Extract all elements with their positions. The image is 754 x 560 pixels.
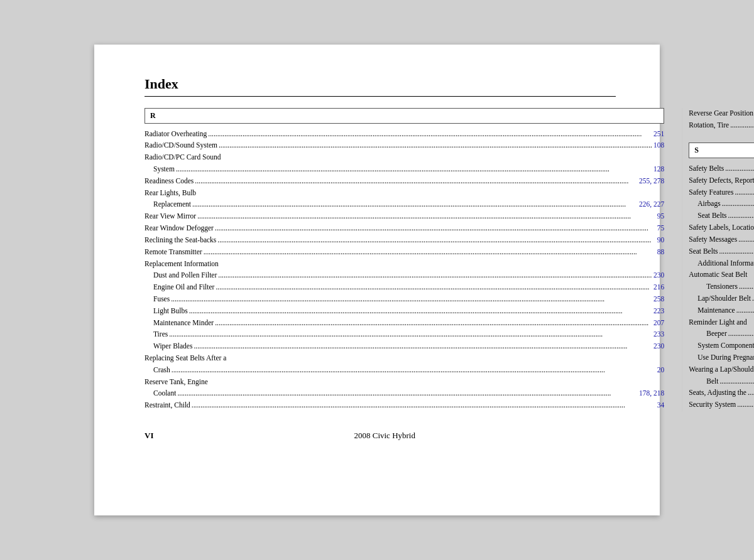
list-item: Automatic Seat Belt xyxy=(689,269,754,281)
list-item: System128 xyxy=(145,164,664,175)
list-item: Safety Defects, Reporting282 xyxy=(689,175,754,186)
entry-dots xyxy=(208,129,652,140)
entry-page: 223 xyxy=(653,306,664,317)
entry-page: 230 xyxy=(653,341,664,352)
list-item: Safety Labels, Location of53 xyxy=(689,222,754,234)
entry-label: Lap/Shoulder Belt xyxy=(697,293,751,304)
list-item: Replacement226, 227 xyxy=(145,199,664,210)
entry-page: 216 xyxy=(653,282,664,293)
entry-dots xyxy=(171,294,652,305)
list-item: Rear Window Defogger75 xyxy=(145,223,664,234)
list-item: Crash20 xyxy=(145,365,664,376)
list-item: Readiness Codes255, 278 xyxy=(145,176,664,187)
entry-label: Remote Transmitter xyxy=(145,247,202,258)
entry-page: 233 xyxy=(653,329,664,340)
entry-label: Safety Messages xyxy=(689,234,737,245)
entry-label: Safety Defects, Reporting xyxy=(689,175,754,186)
list-item: Seats, Adjusting the90 xyxy=(689,387,754,399)
entry-label: Rotation, Tire xyxy=(689,120,729,131)
entry-dots xyxy=(219,140,652,151)
col2-top-entries: Reverse Gear Position194Rotation, Tire23… xyxy=(689,108,754,131)
list-item: Reminder Light and xyxy=(689,317,754,328)
entry-label: Maintenance Minder xyxy=(153,318,214,329)
entry-label: Reclining the Seat-backs xyxy=(145,235,216,246)
list-item: Radio/CD/PC Card Sound xyxy=(145,152,664,163)
entry-label: Replacement Information xyxy=(145,259,219,270)
entry-label: Wearing a Lap/Shoulder xyxy=(689,364,754,375)
entry-label: Light Bulbs xyxy=(153,306,188,317)
entry-label: Reserve Tank, Engine xyxy=(145,377,208,388)
entry-label: Use During Pregnancy xyxy=(697,352,754,363)
list-item: Maintenance20, 229 xyxy=(689,305,754,316)
list-item: Replacing Seat Belts After a xyxy=(145,353,664,364)
list-item: Reserve Tank, Engine xyxy=(145,377,664,388)
list-item: System Components18 xyxy=(689,340,754,352)
entry-page: 207 xyxy=(653,318,664,329)
entry-dots xyxy=(172,365,656,376)
entry-label: Wiper Blades xyxy=(153,341,192,352)
page-title: Index xyxy=(145,76,616,92)
entry-label: Tensioners xyxy=(706,281,738,293)
entry-dots xyxy=(728,210,754,222)
entry-page: 178, 218 xyxy=(639,388,664,399)
entry-dots xyxy=(738,234,754,245)
entry-dots xyxy=(192,199,638,210)
list-item: Coolant178, 218 xyxy=(145,388,664,399)
footer-title: 2008 Civic Hybrid xyxy=(354,431,415,441)
list-item: Tensioners19 xyxy=(689,281,754,293)
entry-label: Maintenance xyxy=(697,305,735,316)
list-item: Safety Belts8, 18 xyxy=(689,163,754,175)
col-r: R Radiator Overheating251Radio/CD/Sound … xyxy=(145,108,675,412)
col2-entries: Safety Belts8, 18Safety Defects, Reporti… xyxy=(689,163,754,411)
entry-page: 108 xyxy=(653,140,664,151)
list-item: Seat Belts8, 18 xyxy=(689,246,754,257)
list-item: Rear Lights, Bulb xyxy=(145,188,664,199)
entry-page: 20 xyxy=(657,365,665,376)
entry-label: Restraint, Child xyxy=(145,400,190,411)
entry-dots xyxy=(218,270,652,281)
entry-label: Radio/CD/Sound System xyxy=(145,140,217,151)
list-item: Replacement Information xyxy=(145,259,664,270)
entry-label: Replacement xyxy=(153,199,191,210)
index-columns: R Radiator Overheating251Radio/CD/Sound … xyxy=(145,108,616,412)
entry-dots xyxy=(728,328,754,340)
entry-dots xyxy=(215,318,652,329)
list-item: Fuses258 xyxy=(145,294,664,305)
entry-dots xyxy=(719,246,754,257)
list-item: Restraint, Child34 xyxy=(145,400,664,411)
list-item: Safety Messagesiii xyxy=(689,234,754,245)
list-item: Wearing a Lap/Shoulder xyxy=(689,364,754,375)
list-item: Lap/Shoulder Belt14, 18 xyxy=(689,293,754,304)
list-item: Use During Pregnancy16 xyxy=(689,352,754,363)
list-item: Reverse Gear Position194 xyxy=(689,108,754,119)
entry-dots xyxy=(195,176,638,187)
list-item: Tires233 xyxy=(145,329,664,340)
entry-page: 90 xyxy=(657,235,665,246)
entry-label: Security System xyxy=(689,399,736,411)
list-item: Dust and Pollen Filter230 xyxy=(145,270,664,281)
list-item: Airbags9 xyxy=(689,198,754,210)
list-item: Safety Features7 xyxy=(689,187,754,198)
entry-page: 128 xyxy=(653,164,664,175)
entry-page: 88 xyxy=(657,247,665,258)
entry-page: 34 xyxy=(657,400,665,411)
list-item: Security System169 xyxy=(689,399,754,411)
entry-page: 258 xyxy=(653,294,664,305)
list-item: Reclining the Seat-backs90 xyxy=(145,235,664,246)
entry-page: 226, 227 xyxy=(639,199,664,210)
entry-dots xyxy=(169,329,652,340)
list-item: Engine Oil and Filter216 xyxy=(145,282,664,293)
entry-page: 255, 278 xyxy=(639,176,664,187)
list-item: Wiper Blades230 xyxy=(145,341,664,352)
entry-dots xyxy=(204,247,656,258)
entry-dots xyxy=(722,198,754,210)
entry-label: Seat Belts xyxy=(697,210,726,222)
entry-dots xyxy=(215,223,656,234)
title-divider xyxy=(145,96,616,97)
entry-label: Dust and Pollen Filter xyxy=(153,270,217,281)
entry-label: Readiness Codes xyxy=(145,176,194,187)
list-item: Rotation, Tire236 xyxy=(689,120,754,131)
list-item: Beeper18, 58 xyxy=(689,328,754,340)
entry-label: Reminder Light and xyxy=(689,317,747,328)
page-footer: VI 2008 Civic Hybrid xyxy=(145,431,616,441)
